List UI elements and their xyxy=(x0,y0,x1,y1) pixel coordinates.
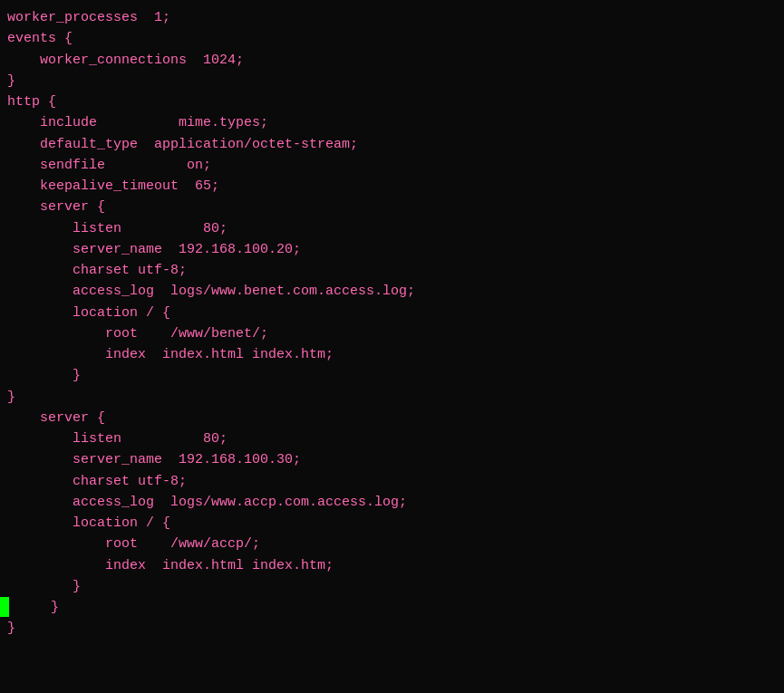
code-line-29: access_log logs/www.accp.com.access.log; xyxy=(0,492,784,513)
code-line-30: location / { xyxy=(0,513,784,534)
code-line-35: } xyxy=(0,618,784,639)
line-text-25: server { xyxy=(0,408,105,428)
code-line-15: server_name 192.168.100.20; xyxy=(0,239,784,260)
code-line-18: location / { xyxy=(0,303,784,323)
line-text-23: } xyxy=(0,387,15,408)
code-line-32: index index.html index.htm; xyxy=(0,555,784,576)
code-line-10: default_type application/octet-stream; xyxy=(0,134,784,155)
line-text-33: } xyxy=(0,576,81,597)
line-text-29: access_log logs/www.accp.com.access.log; xyxy=(0,492,407,513)
line-text-16: charset utf-8; xyxy=(0,260,187,281)
line-text-5: } xyxy=(0,71,15,91)
code-line-19: root /www/benet/; xyxy=(0,323,784,344)
code-line-26: listen 80; xyxy=(0,428,784,449)
code-line-20: index index.html index.htm; xyxy=(0,344,784,365)
code-line-5: } xyxy=(0,71,784,91)
line-text-12: keepalive_timeout 65; xyxy=(0,176,219,197)
line-text-13: server { xyxy=(0,197,105,217)
code-line-3: events { xyxy=(0,28,784,49)
code-line-17: access_log logs/www.benet.com.access.log… xyxy=(0,281,784,302)
line-text-26: listen 80; xyxy=(0,428,227,449)
code-line-25: server { xyxy=(0,408,784,428)
code-line-23: } xyxy=(0,387,784,408)
line-text-18: location / { xyxy=(0,303,170,323)
line-text-9: include mime.types; xyxy=(0,112,268,133)
code-line-31: root /www/accp/; xyxy=(0,534,784,554)
line-text-31: root /www/accp/; xyxy=(0,534,260,554)
line-text-10: default_type application/octet-stream; xyxy=(0,134,358,155)
line-text-32: index index.html index.htm; xyxy=(0,555,334,576)
line-text-20: index index.html index.htm; xyxy=(0,344,334,365)
code-line-9: include mime.types; xyxy=(0,112,784,133)
code-line-27: server_name 192.168.100.30; xyxy=(0,449,784,470)
line-text-28: charset utf-8; xyxy=(0,471,187,492)
cursor-indicator xyxy=(0,597,9,617)
code-line-33: } xyxy=(0,576,784,597)
code-line-4: worker_connections 1024; xyxy=(0,50,784,71)
code-editor: worker_processes 1;events { worker_conne… xyxy=(0,0,784,693)
line-text-11: sendfile on; xyxy=(0,155,211,176)
line-text-30: location / { xyxy=(0,513,170,534)
code-line-21: } xyxy=(0,365,784,386)
line-text-15: server_name 192.168.100.20; xyxy=(0,239,301,260)
line-text-17: access_log logs/www.benet.com.access.log… xyxy=(0,281,415,302)
line-text-19: root /www/benet/; xyxy=(0,323,268,344)
line-text-4: worker_connections 1024; xyxy=(0,50,244,71)
code-line-1: worker_processes 1; xyxy=(0,7,784,28)
code-line-11: sendfile on; xyxy=(0,155,784,176)
code-line-16: charset utf-8; xyxy=(0,260,784,281)
code-line-12: keepalive_timeout 65; xyxy=(0,176,784,197)
code-line-34: } xyxy=(0,597,784,618)
line-text-3: events { xyxy=(0,28,73,49)
line-text-21: } xyxy=(0,365,81,386)
code-line-8: http { xyxy=(0,91,784,112)
line-text-27: server_name 192.168.100.30; xyxy=(0,449,301,470)
line-text-14: listen 80; xyxy=(0,218,227,239)
line-text-1: worker_processes 1; xyxy=(0,7,170,28)
code-line-28: charset utf-8; xyxy=(0,471,784,492)
line-text-8: http { xyxy=(0,91,56,112)
code-line-13: server { xyxy=(0,197,784,217)
code-line-14: listen 80; xyxy=(0,218,784,239)
line-text-35: } xyxy=(0,618,15,639)
